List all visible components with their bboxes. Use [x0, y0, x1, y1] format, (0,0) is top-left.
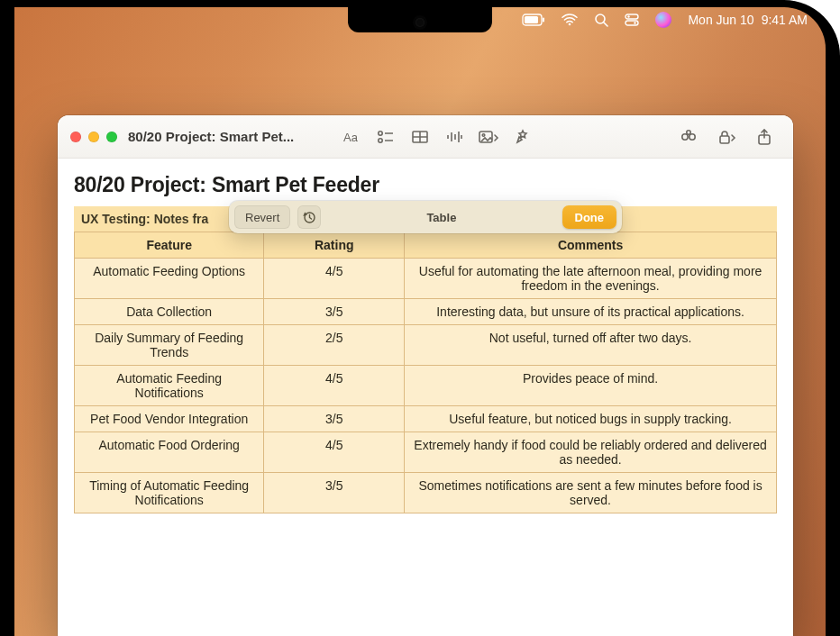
table-row[interactable]: Data Collection3/5Interesting data, but …: [75, 299, 777, 325]
cell-rating[interactable]: 3/5: [264, 473, 405, 513]
feature-table[interactable]: Feature Rating Comments Automatic Feedin…: [74, 232, 777, 513]
table-header-row: Feature Rating Comments: [75, 232, 777, 259]
cell-comments[interactable]: Not useful, turned off after two days.: [405, 325, 777, 366]
control-center-icon[interactable]: [625, 14, 639, 26]
cell-feature[interactable]: Automatic Food Ordering: [75, 432, 264, 473]
svg-point-25: [682, 133, 688, 139]
svg-point-26: [689, 133, 695, 139]
cell-comments[interactable]: Interesting data, but unsure of its prac…: [405, 299, 777, 325]
table-edit-toolbar: Revert Table Done: [229, 201, 622, 233]
table-area: UX Testing: Notes fra Revert Table Done: [74, 206, 777, 513]
svg-line-5: [604, 23, 607, 26]
svg-rect-2: [543, 18, 544, 23]
cell-comments[interactable]: Sometimes notifications are sent a few m…: [405, 473, 777, 513]
cell-comments[interactable]: Extremely handy if food could be reliabl…: [405, 432, 777, 473]
table-row[interactable]: Daily Summary of Feeding Trends2/5Not us…: [75, 325, 777, 366]
svg-rect-6: [625, 14, 638, 19]
table-row[interactable]: Automatic Feeding Options4/5Useful for a…: [75, 259, 777, 299]
cell-feature[interactable]: Automatic Feeding Notifications: [75, 366, 264, 406]
svg-rect-28: [720, 136, 729, 143]
format-button[interactable]: Aa: [335, 123, 368, 150]
window-title: 80/20 Project: Smart Pet...: [128, 129, 317, 144]
menu-time: 9:41 AM: [762, 13, 808, 27]
share-button[interactable]: [748, 123, 781, 150]
menu-date: Mon Jun 10: [688, 13, 753, 27]
svg-point-11: [379, 131, 382, 134]
note-content[interactable]: 80/20 Project: Smart Pet Feeder UX Testi…: [58, 159, 793, 513]
svg-point-3: [569, 23, 571, 26]
svg-point-24: [482, 133, 485, 136]
window-controls: [70, 132, 117, 142]
media-button[interactable]: [472, 123, 505, 150]
link-button[interactable]: [672, 123, 705, 150]
history-button[interactable]: [297, 205, 321, 229]
cell-rating[interactable]: 2/5: [264, 325, 405, 366]
close-button[interactable]: [70, 132, 81, 142]
done-button[interactable]: Done: [562, 205, 617, 229]
writing-tools-button[interactable]: [507, 123, 539, 150]
audio-button[interactable]: [438, 123, 470, 150]
table-mode-label: Table: [328, 211, 554, 224]
svg-point-13: [379, 138, 382, 141]
table-row[interactable]: Automatic Food Ordering4/5Extremely hand…: [75, 432, 777, 473]
cell-feature[interactable]: Timing of Automatic Feeding Notification…: [75, 473, 264, 513]
cell-feature[interactable]: Data Collection: [75, 299, 264, 325]
cell-comments[interactable]: Useful feature, but noticed bugs in supp…: [405, 406, 777, 432]
siri-icon[interactable]: [655, 12, 671, 28]
cell-rating[interactable]: 4/5: [264, 432, 405, 473]
svg-point-9: [635, 22, 636, 23]
col-feature[interactable]: Feature: [75, 232, 264, 259]
fullscreen-button[interactable]: [106, 132, 117, 142]
wifi-icon[interactable]: [562, 14, 578, 26]
svg-text:Aa: Aa: [343, 131, 359, 144]
lock-button[interactable]: [710, 123, 743, 150]
revert-button[interactable]: Revert: [234, 205, 290, 229]
notes-window: 80/20 Project: Smart Pet... Aa: [58, 115, 793, 636]
cell-feature[interactable]: Daily Summary of Feeding Trends: [75, 325, 264, 366]
minimize-button[interactable]: [88, 132, 99, 142]
svg-point-7: [628, 15, 630, 17]
desktop: Mon Jun 10 9:41 AM 80/20 Project: Smart …: [14, 7, 826, 636]
table-row[interactable]: Pet Food Vendor Integration3/5Useful fea…: [75, 406, 777, 432]
battery-icon[interactable]: [522, 14, 545, 26]
cell-feature[interactable]: Automatic Feeding Options: [75, 259, 264, 299]
search-icon[interactable]: [594, 13, 608, 27]
cell-rating[interactable]: 3/5: [264, 406, 405, 432]
col-rating[interactable]: Rating: [264, 232, 405, 259]
table-row[interactable]: Timing of Automatic Feeding Notification…: [75, 473, 777, 513]
cell-comments[interactable]: Useful for automating the late afternoon…: [405, 259, 777, 299]
cell-rating[interactable]: 4/5: [264, 259, 405, 299]
camera-dot: [415, 18, 425, 27]
cell-rating[interactable]: 4/5: [264, 366, 405, 406]
svg-point-27: [687, 130, 690, 133]
titlebar: 80/20 Project: Smart Pet... Aa: [58, 115, 793, 159]
checklist-button[interactable]: [370, 123, 402, 150]
svg-rect-8: [625, 21, 638, 25]
toolbar: Aa: [335, 123, 781, 150]
table-button[interactable]: [404, 123, 436, 150]
menu-clock[interactable]: Mon Jun 10 9:41 AM: [688, 13, 808, 27]
device-frame: Mon Jun 10 9:41 AM 80/20 Project: Smart …: [0, 0, 840, 636]
cell-feature[interactable]: Pet Food Vendor Integration: [75, 406, 264, 432]
cell-comments[interactable]: Provides peace of mind.: [405, 366, 777, 406]
table-row[interactable]: Automatic Feeding Notifications4/5Provid…: [75, 366, 777, 406]
note-title: 80/20 Project: Smart Pet Feeder: [74, 173, 777, 197]
cell-rating[interactable]: 3/5: [264, 299, 405, 325]
col-comments[interactable]: Comments: [405, 232, 777, 259]
svg-rect-1: [525, 16, 538, 23]
display-notch: [348, 7, 492, 32]
